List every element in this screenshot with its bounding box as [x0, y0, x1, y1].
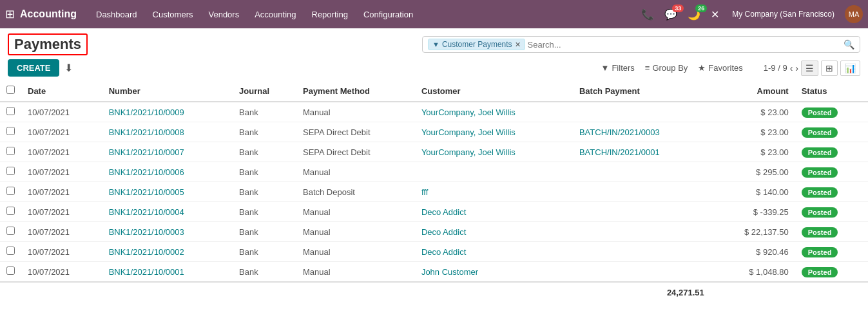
cell-number[interactable]: BNK1/2021/10/0002: [102, 242, 233, 262]
favorites-label: Favorites: [708, 63, 742, 73]
phone-icon[interactable]: 📞: [639, 7, 657, 22]
payments-table: Date Number Journal Payment Method Custo…: [0, 80, 868, 303]
table-row: 10/07/2021 BNK1/2021/10/0005 Bank Batch …: [0, 182, 868, 202]
cell-customer: [415, 162, 573, 182]
nav-dashboard[interactable]: Dashboard: [90, 7, 144, 22]
cell-customer[interactable]: YourCompany, Joel Willis: [415, 142, 573, 162]
filter-tag-close[interactable]: ✕: [515, 41, 521, 49]
cell-status: Posted: [795, 162, 868, 182]
col-journal: Journal: [233, 80, 296, 102]
cell-journal: Bank: [233, 242, 296, 262]
nav-accounting[interactable]: Accounting: [248, 7, 302, 22]
nav-reporting[interactable]: Reporting: [305, 7, 354, 22]
row-checkbox[interactable]: [6, 107, 15, 115]
download-button[interactable]: ⬇: [64, 62, 73, 74]
cell-customer[interactable]: YourCompany, Joel Willis: [415, 102, 573, 122]
moon-icon[interactable]: 🌙 26: [685, 7, 703, 22]
moon-badge: 26: [695, 5, 707, 12]
row-checkbox[interactable]: [6, 227, 15, 235]
next-page-button[interactable]: ›: [795, 63, 798, 73]
cell-batch-payment: [573, 102, 711, 122]
row-checkbox[interactable]: [6, 147, 15, 155]
cell-amount: $ 23.00: [711, 102, 795, 122]
filters-button[interactable]: ▼ Filters: [601, 63, 635, 73]
favorites-button[interactable]: ★ Favorites: [698, 63, 742, 73]
cell-date: 10/07/2021: [21, 222, 102, 242]
cell-journal: Bank: [233, 202, 296, 222]
cell-payment-method: Batch Deposit: [296, 182, 415, 202]
chat-badge: 33: [672, 5, 684, 12]
cell-customer[interactable]: Deco Addict: [415, 242, 573, 262]
col-date: Date: [21, 80, 102, 102]
nav-configuration[interactable]: Configuration: [357, 7, 420, 22]
cell-date: 10/07/2021: [21, 102, 102, 122]
row-checkbox[interactable]: [6, 127, 15, 135]
cell-number[interactable]: BNK1/2021/10/0001: [102, 262, 233, 283]
cell-amount: $ 295.00: [711, 162, 795, 182]
cell-journal: Bank: [233, 102, 296, 122]
cell-payment-method: Manual: [296, 242, 415, 262]
group-by-button[interactable]: ≡ Group By: [645, 63, 688, 73]
row-checkbox[interactable]: [6, 247, 15, 255]
cell-customer[interactable]: John Customer: [415, 262, 573, 283]
top-nav: ⊞ Accounting Dashboard Customers Vendors…: [0, 0, 868, 28]
cell-status: Posted: [795, 242, 868, 262]
cell-status: Posted: [795, 202, 868, 222]
avatar[interactable]: MA: [845, 5, 863, 23]
cell-number[interactable]: BNK1/2021/10/0006: [102, 162, 233, 182]
cell-amount: $ 23.00: [711, 142, 795, 162]
table-row: 10/07/2021 BNK1/2021/10/0008 Bank SEPA D…: [0, 122, 868, 142]
cell-date: 10/07/2021: [21, 162, 102, 182]
table-row: 10/07/2021 BNK1/2021/10/0006 Bank Manual…: [0, 162, 868, 182]
cell-amount: $ 920.46: [711, 242, 795, 262]
nav-icons: 📞 💬 33 🌙 26 ✕ My Company (San Francisco)…: [639, 5, 863, 23]
cell-date: 10/07/2021: [21, 262, 102, 283]
table-row: 10/07/2021 BNK1/2021/10/0007 Bank SEPA D…: [0, 142, 868, 162]
filter-tag: ▼ Customer Payments ✕: [428, 39, 525, 50]
row-checkbox[interactable]: [6, 207, 15, 215]
nav-customers[interactable]: Customers: [146, 7, 200, 22]
cell-number[interactable]: BNK1/2021/10/0004: [102, 202, 233, 222]
cell-journal: Bank: [233, 162, 296, 182]
col-payment-method: Payment Method: [296, 80, 415, 102]
cell-number[interactable]: BNK1/2021/10/0005: [102, 182, 233, 202]
app-grid-icon[interactable]: ⊞: [5, 7, 15, 21]
chat-icon[interactable]: 💬 33: [662, 7, 680, 22]
cell-date: 10/07/2021: [21, 122, 102, 142]
list-view-button[interactable]: ☰: [801, 61, 818, 76]
cell-batch-payment[interactable]: BATCH/IN/2021/0003: [573, 122, 711, 142]
cell-number[interactable]: BNK1/2021/10/0003: [102, 222, 233, 242]
table-row: 10/07/2021 BNK1/2021/10/0003 Bank Manual…: [0, 222, 868, 242]
total-value: 24,271.51: [0, 282, 711, 303]
nav-vendors[interactable]: Vendors: [202, 7, 246, 22]
cell-number[interactable]: BNK1/2021/10/0008: [102, 122, 233, 142]
prev-page-button[interactable]: ‹: [790, 63, 793, 73]
search-input[interactable]: [525, 40, 844, 50]
col-status: Status: [795, 80, 868, 102]
kanban-view-button[interactable]: ⊞: [821, 61, 838, 76]
cell-number[interactable]: BNK1/2021/10/0007: [102, 142, 233, 162]
cell-journal: Bank: [233, 122, 296, 142]
close-icon[interactable]: ✕: [708, 7, 722, 22]
chart-view-button[interactable]: 📊: [840, 61, 860, 76]
create-button[interactable]: CREATE: [8, 59, 59, 77]
group-by-icon: ≡: [645, 63, 650, 73]
filters-label: Filters: [612, 63, 634, 73]
col-amount: Amount: [711, 80, 795, 102]
select-all-checkbox[interactable]: [6, 86, 15, 94]
cell-payment-method: Manual: [296, 262, 415, 283]
cell-customer[interactable]: fff: [415, 182, 573, 202]
cell-customer[interactable]: Deco Addict: [415, 202, 573, 222]
row-checkbox[interactable]: [6, 187, 15, 195]
cell-customer[interactable]: YourCompany, Joel Willis: [415, 122, 573, 142]
col-batch-payment: Batch Payment: [573, 80, 711, 102]
search-icon[interactable]: 🔍: [844, 39, 854, 50]
row-checkbox[interactable]: [6, 266, 15, 275]
cell-batch-payment[interactable]: BATCH/IN/2021/0001: [573, 142, 711, 162]
row-checkbox[interactable]: [6, 167, 15, 175]
cell-number[interactable]: BNK1/2021/10/0009: [102, 102, 233, 122]
cell-payment-method: Manual: [296, 222, 415, 242]
cell-status: Posted: [795, 222, 868, 242]
group-by-label: Group By: [652, 63, 688, 73]
cell-customer[interactable]: Deco Addict: [415, 222, 573, 242]
